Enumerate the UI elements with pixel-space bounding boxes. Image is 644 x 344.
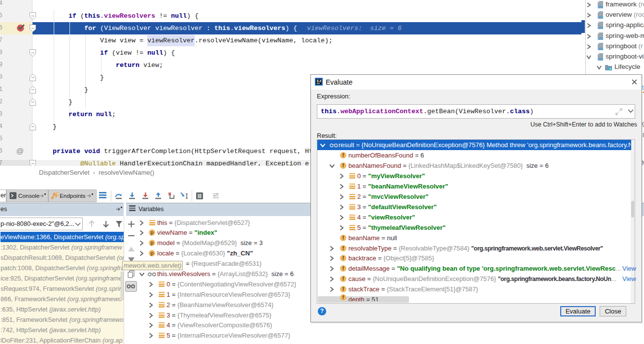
svg-text:m: m — [599, 24, 603, 30]
svg-text:m: m — [599, 45, 603, 51]
svg-text:m: m — [599, 14, 603, 19]
svg-text:m: m — [599, 35, 603, 40]
svg-text:m: m — [599, 3, 603, 9]
svg-text:m: m — [599, 56, 603, 61]
